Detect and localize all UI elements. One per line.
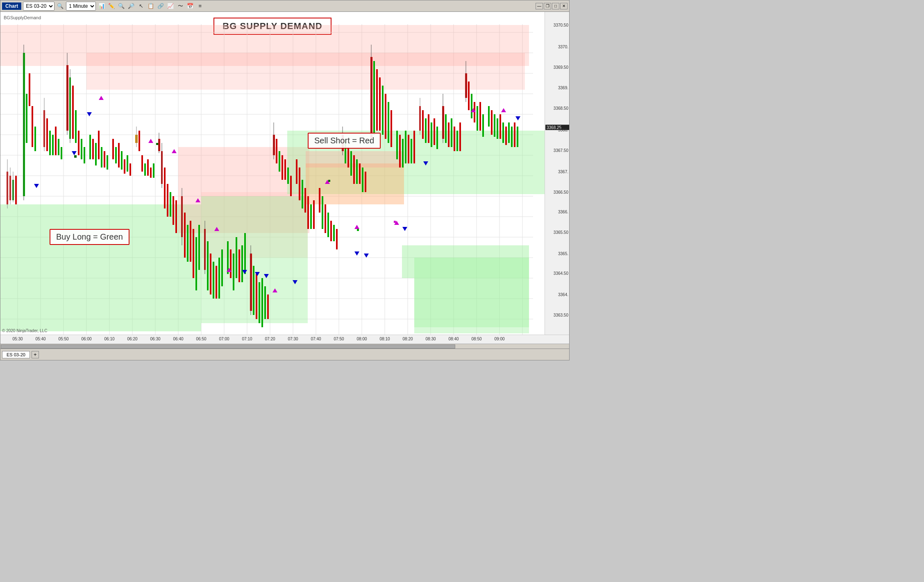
restore-button[interactable]: ❐ xyxy=(544,3,551,9)
svg-rect-116 xyxy=(193,229,194,278)
svg-rect-137 xyxy=(256,274,257,319)
svg-rect-39 xyxy=(86,53,525,90)
svg-rect-140 xyxy=(264,286,266,319)
close-button[interactable]: ✕ xyxy=(560,3,568,9)
calendar-icon[interactable]: 📅 xyxy=(186,2,194,10)
time-06-20: 06:20 xyxy=(127,337,137,341)
svg-rect-121 xyxy=(207,241,209,290)
svg-rect-69 xyxy=(58,139,59,155)
timeframe-select[interactable]: 1 Minute xyxy=(66,2,96,11)
time-09-00: 09:00 xyxy=(494,337,504,341)
svg-rect-202 xyxy=(451,118,452,147)
svg-rect-203 xyxy=(454,127,455,151)
svg-rect-60 xyxy=(29,73,30,106)
svg-rect-158 xyxy=(322,196,323,229)
wave-icon[interactable]: 〜 xyxy=(176,2,184,10)
svg-rect-92 xyxy=(127,155,128,172)
svg-rect-66 xyxy=(49,131,51,155)
svg-rect-252 xyxy=(357,229,359,231)
svg-rect-133 xyxy=(244,233,246,274)
svg-rect-80 xyxy=(89,135,91,159)
time-08-00: 08:00 xyxy=(356,337,367,341)
window-controls: — ❐ □ ✕ xyxy=(536,3,568,9)
svg-rect-253 xyxy=(394,221,396,223)
svg-rect-176 xyxy=(373,61,375,135)
cursor-icon[interactable]: ↖ xyxy=(137,2,145,10)
svg-rect-65 xyxy=(46,118,48,151)
maximize-button[interactable]: □ xyxy=(552,3,559,9)
svg-marker-245 xyxy=(364,254,369,258)
bar-chart-icon[interactable]: 📊 xyxy=(98,2,106,10)
time-05-40: 05:40 xyxy=(35,337,45,341)
minimize-button[interactable]: — xyxy=(536,3,543,9)
svg-rect-215 xyxy=(491,110,493,135)
svg-rect-89 xyxy=(118,143,120,168)
svg-rect-86 xyxy=(107,155,108,170)
instrument-select[interactable]: ES 03-20 xyxy=(23,2,54,11)
chart-canvas[interactable]: BGSupplyDemand BG SUPPLY DEMAND xyxy=(0,12,545,335)
svg-rect-223 xyxy=(514,122,515,147)
svg-rect-68 xyxy=(55,127,57,155)
svg-rect-106 xyxy=(164,168,166,208)
time-08-30: 08:30 xyxy=(425,337,436,341)
svg-rect-212 xyxy=(479,102,481,131)
zoom-in-icon[interactable]: 🔍 xyxy=(117,2,125,10)
svg-rect-204 xyxy=(456,131,458,151)
template-icon[interactable]: 📋 xyxy=(147,2,155,10)
svg-rect-91 xyxy=(124,159,125,174)
svg-rect-155 xyxy=(310,204,312,229)
svg-rect-146 xyxy=(282,155,283,180)
add-tab-button[interactable]: + xyxy=(32,351,39,358)
svg-rect-192 xyxy=(422,110,424,139)
scrollbar-thumb[interactable] xyxy=(1,344,455,349)
candle-icon[interactable]: 📈 xyxy=(166,2,175,10)
tab-es-03-20[interactable]: ES 03-20 xyxy=(2,351,30,358)
svg-rect-151 xyxy=(299,168,300,200)
svg-rect-163 xyxy=(336,229,338,249)
main-window: Chart ES 03-20 🔍 1 Minute 📊 ✏️ 🔍 🔎 ↖ 📋 🔗… xyxy=(0,0,570,360)
svg-rect-81 xyxy=(92,139,94,159)
price-label-3365-50: 3365.50 xyxy=(554,230,568,235)
price-label-3367: 3367. xyxy=(558,170,568,174)
price-label-3370: 3370. xyxy=(558,45,568,49)
svg-rect-62 xyxy=(34,127,36,151)
zoom-out-icon[interactable]: 🔎 xyxy=(127,2,135,10)
link-icon[interactable]: 🔗 xyxy=(157,2,165,10)
svg-rect-118 xyxy=(198,225,200,270)
svg-rect-171 xyxy=(359,163,361,184)
svg-rect-179 xyxy=(382,86,384,135)
svg-rect-188 xyxy=(411,139,412,163)
svg-rect-90 xyxy=(121,151,123,170)
price-label-3368: 3368. xyxy=(558,128,568,132)
svg-rect-101 xyxy=(153,163,154,178)
price-label-3367-50: 3367.50 xyxy=(554,148,568,153)
list-icon[interactable]: ≡ xyxy=(196,2,204,10)
price-label-3369: 3369. xyxy=(558,86,568,90)
search-icon[interactable]: 🔍 xyxy=(56,2,64,10)
draw-icon[interactable]: ✏️ xyxy=(107,2,116,10)
svg-rect-40 xyxy=(0,204,201,331)
svg-marker-239 xyxy=(72,151,77,155)
svg-rect-153 xyxy=(304,188,306,213)
scrollbar[interactable] xyxy=(0,344,569,349)
svg-rect-159 xyxy=(325,204,326,233)
svg-rect-173 xyxy=(365,172,366,192)
svg-rect-185 xyxy=(402,139,404,168)
svg-rect-110 xyxy=(175,200,177,233)
svg-rect-126 xyxy=(221,249,223,286)
svg-rect-149 xyxy=(290,176,292,196)
svg-rect-219 xyxy=(502,122,504,143)
svg-marker-225 xyxy=(99,96,104,100)
svg-rect-217 xyxy=(497,118,498,139)
svg-rect-84 xyxy=(101,147,102,168)
price-label-3370-50: 3370.50 xyxy=(554,23,568,27)
time-08-40: 08:40 xyxy=(448,337,459,341)
svg-rect-136 xyxy=(253,266,254,315)
svg-rect-93 xyxy=(129,163,131,176)
svg-rect-224 xyxy=(517,127,518,147)
svg-rect-145 xyxy=(279,151,280,172)
svg-rect-132 xyxy=(241,245,243,282)
time-06-30: 06:30 xyxy=(150,337,160,341)
svg-rect-79 xyxy=(84,147,85,163)
svg-rect-182 xyxy=(390,110,392,147)
